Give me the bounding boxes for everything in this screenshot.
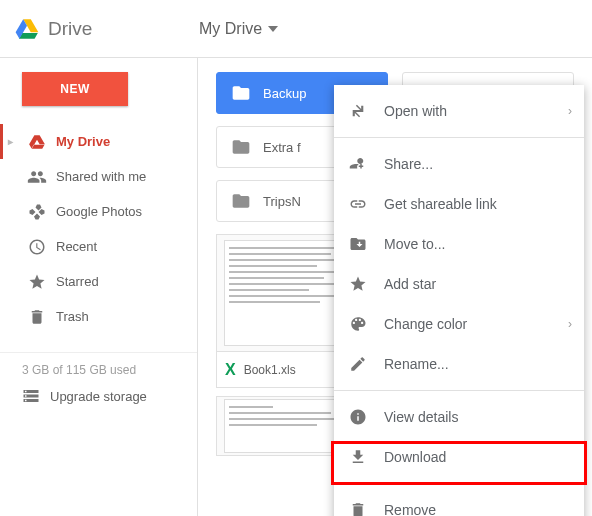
folder-label: TripsN xyxy=(263,194,301,209)
menu-add-star[interactable]: Add star xyxy=(334,264,584,304)
menu-label: Move to... xyxy=(384,236,445,252)
sidebar-item-shared[interactable]: Shared with me xyxy=(0,159,197,194)
download-icon xyxy=(348,448,368,466)
menu-label: Open with xyxy=(384,103,447,119)
sidebar-item-starred[interactable]: Starred xyxy=(0,264,197,299)
menu-open-with[interactable]: Open with › xyxy=(334,91,584,131)
sidebar-item-label: Shared with me xyxy=(56,169,146,184)
sidebar-item-trash[interactable]: Trash xyxy=(0,299,197,334)
menu-label: View details xyxy=(384,409,458,425)
chevron-right-icon: › xyxy=(568,104,572,118)
menu-change-color[interactable]: Change color › xyxy=(334,304,584,344)
chevron-right-icon: › xyxy=(568,317,572,331)
menu-move-to[interactable]: Move to... xyxy=(334,224,584,264)
info-icon xyxy=(348,408,368,426)
menu-remove[interactable]: Remove xyxy=(334,490,584,516)
header: Drive My Drive xyxy=(0,0,592,58)
chevron-down-icon xyxy=(268,26,278,32)
folder-icon xyxy=(231,191,251,211)
palette-icon xyxy=(348,315,368,333)
menu-label: Change color xyxy=(384,316,467,332)
menu-label: Download xyxy=(384,449,446,465)
sidebar-item-recent[interactable]: Recent xyxy=(0,229,197,264)
breadcrumb-mydrive[interactable]: My Drive xyxy=(199,20,278,38)
trash-icon xyxy=(348,501,368,516)
folder-label: Backup xyxy=(263,86,306,101)
sidebar: NEW ▸ My Drive Shared with me Google Pho… xyxy=(0,58,198,516)
menu-separator xyxy=(334,483,584,484)
trash-icon xyxy=(26,308,48,326)
folder-icon xyxy=(231,137,251,157)
clock-icon xyxy=(26,238,48,256)
menu-rename[interactable]: Rename... xyxy=(334,344,584,384)
star-icon xyxy=(348,275,368,293)
breadcrumb-label: My Drive xyxy=(199,20,262,38)
rename-icon xyxy=(348,355,368,373)
menu-share[interactable]: Share... xyxy=(334,144,584,184)
star-icon xyxy=(26,273,48,291)
menu-label: Add star xyxy=(384,276,436,292)
sidebar-item-label: Starred xyxy=(56,274,99,289)
drive-logo-icon xyxy=(14,16,40,42)
content-area: Backup Blog Extra f TripsN xyxy=(198,58,592,516)
people-icon xyxy=(26,167,48,187)
app-name: Drive xyxy=(48,18,92,40)
excel-icon: X xyxy=(225,361,236,379)
menu-download[interactable]: Download xyxy=(334,437,584,477)
upgrade-storage-link[interactable]: Upgrade storage xyxy=(22,387,197,405)
menu-separator xyxy=(334,137,584,138)
storage-section: 3 GB of 115 GB used Upgrade storage xyxy=(0,352,197,419)
sidebar-item-mydrive[interactable]: ▸ My Drive xyxy=(0,124,197,159)
sidebar-item-label: Recent xyxy=(56,239,97,254)
link-icon xyxy=(348,195,368,213)
sidebar-item-label: Google Photos xyxy=(56,204,142,219)
menu-label: Share... xyxy=(384,156,433,172)
sidebar-item-label: My Drive xyxy=(56,134,110,149)
menu-label: Remove xyxy=(384,502,436,516)
new-button[interactable]: NEW xyxy=(22,72,128,106)
storage-icon xyxy=(22,387,40,405)
menu-separator xyxy=(334,390,584,391)
menu-view-details[interactable]: View details xyxy=(334,397,584,437)
open-with-icon xyxy=(348,102,368,120)
sidebar-item-photos[interactable]: Google Photos xyxy=(0,194,197,229)
main: NEW ▸ My Drive Shared with me Google Pho… xyxy=(0,58,592,516)
nav-list: ▸ My Drive Shared with me Google Photos … xyxy=(0,124,197,334)
menu-shareable-link[interactable]: Get shareable link xyxy=(334,184,584,224)
folder-label: Extra f xyxy=(263,140,301,155)
move-icon xyxy=(348,235,368,253)
storage-text: 3 GB of 115 GB used xyxy=(22,363,197,377)
upgrade-label: Upgrade storage xyxy=(50,389,147,404)
menu-label: Get shareable link xyxy=(384,196,497,212)
context-menu: Open with › Share... Get shareable link … xyxy=(334,85,584,516)
expand-icon[interactable]: ▸ xyxy=(8,136,18,147)
drive-icon xyxy=(26,133,48,151)
file-label: Book1.xls xyxy=(244,363,296,377)
photos-icon xyxy=(26,203,48,221)
share-icon xyxy=(348,155,368,173)
sidebar-item-label: Trash xyxy=(56,309,89,324)
menu-label: Rename... xyxy=(384,356,449,372)
logo-area: Drive xyxy=(14,16,199,42)
folder-icon xyxy=(231,83,251,103)
